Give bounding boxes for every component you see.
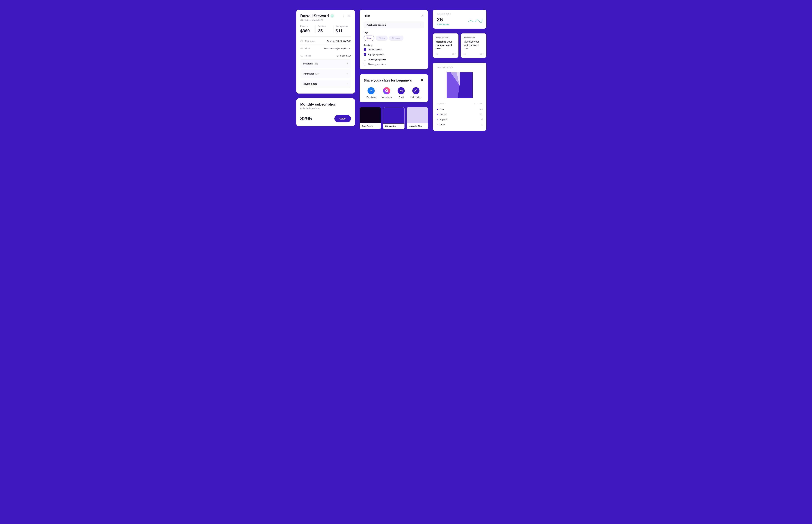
client-since: Client since March 2020 <box>300 19 351 21</box>
select-button[interactable]: Select <box>335 115 351 122</box>
sessions-label: Sessions <box>363 44 424 46</box>
share-card: Share yoga class for beginners Facebook <box>360 74 428 102</box>
subscription-title: Monthly subscription <box>300 102 351 107</box>
demographics-card: DEMOGRAPHICS COUNTRY CLIENTS USA 43 <box>433 63 486 131</box>
font-sample: Monetise your trade or talent now. <box>464 40 484 50</box>
client-name: Darrell Steward <box>300 14 329 18</box>
kebab-menu-icon[interactable] <box>342 14 344 18</box>
tag-stretching[interactable]: Streching <box>389 36 403 41</box>
demo-row-other: Other 3 <box>437 122 483 127</box>
subscribers-value: 26 <box>437 16 450 23</box>
info-timezone: Time zone Germany (11:21, GMT+2) <box>300 37 351 45</box>
stat-sessions: Sessions 25 <box>315 25 333 33</box>
chevron-up-icon <box>419 24 421 26</box>
pie-chart <box>446 72 473 98</box>
checkbox-stretch-group[interactable]: Stretch group class <box>363 58 424 61</box>
checkbox-private[interactable]: Private session <box>363 48 424 51</box>
demo-row-mexico: Mexico 31 <box>437 112 483 117</box>
country-header: COUNTRY <box>437 103 446 104</box>
close-icon[interactable] <box>347 14 351 18</box>
stat-avg-order: Average order $11 <box>333 25 351 33</box>
swatch-lavender[interactable]: Lavender Blue <box>407 107 428 129</box>
demo-row-usa: USA 43 <box>437 107 483 112</box>
demo-row-england: England 5 <box>437 117 483 122</box>
sparkline-chart <box>468 18 483 23</box>
subscribers-trend: 35% this year <box>437 23 450 25</box>
tag-pilates[interactable]: Pilates <box>376 36 388 41</box>
mail-icon <box>300 47 303 50</box>
info-phone: Phone (270) 555-0117 <box>300 52 351 60</box>
share-email[interactable]: Email <box>397 87 405 98</box>
subscribers-label: SUBSCRIBERS <box>437 13 483 15</box>
font-name: Averta regular <box>464 36 484 38</box>
subscription-desc: Unlimited sessions <box>300 107 351 110</box>
facebook-icon <box>368 87 375 94</box>
checkbox-icon <box>363 53 366 56</box>
link-icon <box>412 87 420 94</box>
chevron-down-icon <box>346 83 348 85</box>
close-icon[interactable] <box>420 14 424 18</box>
checkbox-pilates-group[interactable]: Pilates group class <box>363 63 424 65</box>
verified-icon <box>330 14 334 18</box>
email-icon <box>397 87 405 94</box>
arrow-up-icon <box>437 24 438 25</box>
color-swatches: Dark Purple Ultramarine Lavender Blue <box>360 107 428 129</box>
clients-header: CLIENTS <box>474 103 483 104</box>
subscribers-card: SUBSCRIBERS 26 35% this year <box>433 10 486 29</box>
chevron-down-icon <box>346 73 348 75</box>
typo-regular-card: Averta regular Monetise your trade or ta… <box>461 33 486 58</box>
share-messenger[interactable]: Messenger <box>381 87 392 98</box>
legend-dot <box>437 124 438 125</box>
client-card: Darrell Steward Client since March 2020 … <box>296 10 355 94</box>
svg-point-6 <box>450 75 469 95</box>
info-email: Email kenzi.lawson@example.com <box>300 45 351 52</box>
font-name: Averta SemiBold <box>436 36 456 38</box>
font-sample: Monetise your trade or talent now. <box>436 40 456 50</box>
legend-dot <box>437 119 438 120</box>
checkbox-icon <box>363 63 366 65</box>
legend-dot <box>437 109 438 110</box>
accordion-notes[interactable]: Private notes <box>300 80 351 88</box>
share-link[interactable]: Link copied <box>410 87 421 98</box>
accordion-sessions[interactable]: Sessions (25) <box>300 60 351 68</box>
legend-dot <box>437 114 438 115</box>
tag-yoga[interactable]: Yoga <box>363 36 374 41</box>
checkbox-icon <box>363 58 366 61</box>
subscription-card: Monthly subscription Unlimited sessions … <box>296 98 355 126</box>
chevron-down-icon <box>346 63 348 65</box>
clock-icon <box>300 40 303 43</box>
typo-semibold-card: Averta SemiBold Monetise your trade or t… <box>433 33 458 58</box>
stat-revenue: Revenue $360 <box>300 25 315 33</box>
close-icon[interactable] <box>420 78 424 83</box>
filter-card: Filter Purchased session Tags Yoga Pilat… <box>360 10 428 69</box>
share-title: Share yoga class for beginners <box>363 79 412 82</box>
checkbox-icon <box>363 48 366 51</box>
swatch-dark-purple[interactable]: Dark Purple <box>360 107 381 129</box>
accordion-purchases[interactable]: Purchases (33) <box>300 69 351 78</box>
messenger-icon <box>383 87 390 94</box>
filter-section-toggle[interactable]: Purchased session <box>363 21 424 29</box>
subscription-price: $295 <box>300 116 312 121</box>
share-facebook[interactable]: Facebook <box>367 87 376 98</box>
tags-label: Tags <box>363 31 424 34</box>
swatch-ultramarine[interactable]: Ultramarine <box>383 107 405 129</box>
checkbox-yoga-group[interactable]: Yoga group class <box>363 53 424 56</box>
demographics-label: DEMOGRAPHICS <box>437 67 483 68</box>
phone-icon <box>300 54 303 57</box>
filter-title: Filter <box>363 14 370 17</box>
